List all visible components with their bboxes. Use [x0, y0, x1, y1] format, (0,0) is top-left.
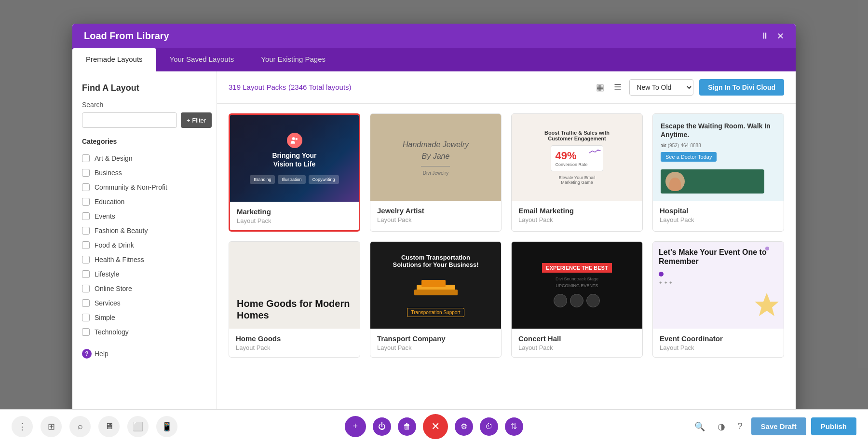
- card-info-event: Event Coordinator Layout Pack: [653, 329, 784, 357]
- card-info-concert: Concert Hall Layout Pack: [512, 329, 642, 357]
- checkbox-online-store[interactable]: [82, 285, 90, 292]
- checkbox-services[interactable]: [82, 299, 90, 307]
- category-events[interactable]: Events: [82, 209, 207, 223]
- toolbar-settings-btn[interactable]: ⚙: [455, 417, 473, 436]
- category-education[interactable]: Education: [82, 194, 207, 209]
- main-content: 319 Layout Packs (2346 Total layouts) ▦ …: [217, 71, 796, 419]
- checkbox-fashion[interactable]: [82, 227, 90, 235]
- layout-card-hospital[interactable]: Escape the Waiting Room. Walk In Anytime…: [652, 113, 784, 232]
- category-technology[interactable]: Technology: [82, 325, 207, 339]
- category-food[interactable]: Food & Drink: [82, 238, 207, 252]
- toolbar-history-btn[interactable]: ⏱: [480, 417, 498, 436]
- modal-header-actions: ⏸ ✕: [760, 31, 784, 42]
- category-simple[interactable]: Simple: [82, 310, 207, 325]
- save-draft-button[interactable]: Save Draft: [751, 417, 806, 435]
- modal-close-btn[interactable]: ✕: [777, 31, 784, 42]
- toolbar-tablet-btn[interactable]: ⬜: [127, 416, 149, 437]
- search-input[interactable]: [82, 112, 177, 128]
- modal-pause-btn[interactable]: ⏸: [760, 31, 769, 41]
- toolbar-zoom-btn[interactable]: 🔍: [691, 417, 709, 436]
- card-type-marketing: Layout Pack: [237, 217, 352, 224]
- concert-experience-text: EXPERIENCE THE BEST: [542, 263, 611, 273]
- checkbox-business[interactable]: [82, 169, 90, 177]
- tab-saved[interactable]: Your Saved Layouts: [156, 48, 248, 71]
- toolbar-grid-btn[interactable]: ⊞: [41, 416, 62, 437]
- checkbox-lifestyle[interactable]: [82, 270, 90, 278]
- card-thumb-hospital: Escape the Waiting Room. Walk In Anytime…: [653, 114, 784, 201]
- checkbox-simple[interactable]: [82, 314, 90, 321]
- toolbar-transfer-btn[interactable]: ⇅: [505, 417, 523, 436]
- card-thumb-homegoods: Home Goods for Modern Homes: [229, 242, 360, 329]
- checkbox-art[interactable]: [82, 154, 90, 162]
- event-dot: [659, 272, 664, 277]
- header-controls: ▦ ☰ New To Old Old To New A to Z Z to A …: [594, 79, 784, 96]
- checkbox-health[interactable]: [82, 256, 90, 263]
- checkbox-events[interactable]: [82, 212, 90, 220]
- view-list-btn[interactable]: ☰: [612, 80, 624, 95]
- toolbar-left: ⋮ ⊞ ⌕ 🖥 ⬜ 📱: [12, 416, 177, 437]
- checkbox-technology[interactable]: [82, 328, 90, 336]
- sign-in-divi-cloud-btn[interactable]: Sign In To Divi Cloud: [699, 79, 784, 96]
- checkbox-food[interactable]: [82, 241, 90, 249]
- card-info-homegoods: Home Goods Layout Pack: [229, 329, 360, 357]
- transport-headline: Custom TransportationSolutions for Your …: [393, 254, 479, 268]
- search-row: + Filter: [82, 112, 207, 128]
- checkbox-education[interactable]: [82, 198, 90, 206]
- card-info-transport: Transport Company Layout Pack: [370, 329, 501, 357]
- toolbar-help-btn[interactable]: ?: [734, 417, 746, 435]
- toolbar-search-btn[interactable]: ⌕: [69, 416, 91, 437]
- bottom-toolbar: ⋮ ⊞ ⌕ 🖥 ⬜ 📱 + ⏻ 🗑 ✕ ⚙ ⏱ ⇅ 🔍 ◑ ? Save Dra…: [0, 409, 868, 443]
- layout-card-jewelry[interactable]: Handmade JewelryBy Jane Divi Jewelry Jew…: [370, 113, 502, 232]
- layout-card-homegoods[interactable]: Home Goods for Modern Homes Home Goods L…: [229, 241, 360, 358]
- sort-select[interactable]: New To Old Old To New A to Z Z to A: [629, 79, 693, 96]
- card-type-homegoods: Layout Pack: [236, 344, 353, 351]
- categories-title: Categories: [82, 138, 207, 145]
- svg-rect-3: [421, 280, 446, 287]
- toolbar-menu-btn[interactable]: ⋮: [12, 416, 33, 437]
- toolbar-desktop-btn[interactable]: 🖥: [98, 416, 120, 437]
- help-row[interactable]: ? Help: [82, 349, 207, 359]
- hospital-headline: Escape the Waiting Room. Walk In Anytime…: [661, 122, 776, 139]
- category-fashion[interactable]: Fashion & Beauty: [82, 223, 207, 238]
- category-community[interactable]: Community & Non-Profit: [82, 180, 207, 194]
- category-online-store[interactable]: Online Store: [82, 281, 207, 296]
- checkbox-community[interactable]: [82, 183, 90, 191]
- card-thumb-event: Let's Make Your Event One to Remember ✦ …: [653, 242, 784, 329]
- category-art-design[interactable]: Art & Design: [82, 151, 207, 166]
- card-name-hospital: Hospital: [660, 207, 777, 215]
- card-info-hospital: Hospital Layout Pack: [653, 201, 784, 229]
- load-library-modal: Load From Library ⏸ ✕ Premade Layouts Yo…: [72, 24, 796, 419]
- svg-rect-4: [414, 290, 458, 295]
- card-type-jewelry: Layout Pack: [377, 216, 494, 223]
- category-business[interactable]: Business: [82, 166, 207, 180]
- card-name-concert: Concert Hall: [518, 334, 636, 343]
- toolbar-layers-btn[interactable]: ◑: [714, 417, 729, 436]
- layout-card-concert[interactable]: EXPERIENCE THE BEST Divi Soundtrack Stag…: [511, 241, 643, 358]
- tab-existing[interactable]: Your Existing Pages: [247, 48, 339, 71]
- view-grid-btn[interactable]: ▦: [594, 80, 606, 95]
- layout-card-event[interactable]: Let's Make Your Event One to Remember ✦ …: [652, 241, 784, 358]
- layout-card-email[interactable]: Boost Traffic & Sales withCustomer Engag…: [511, 113, 643, 232]
- card-name-jewelry: Jewelry Artist: [377, 207, 494, 215]
- publish-button[interactable]: Publish: [811, 417, 856, 435]
- filter-button[interactable]: + Filter: [181, 112, 212, 128]
- category-services[interactable]: Services: [82, 296, 207, 310]
- card-type-hospital: Layout Pack: [660, 216, 777, 223]
- category-lifestyle[interactable]: Lifestyle: [82, 267, 207, 281]
- svg-marker-5: [755, 293, 779, 316]
- layout-card-marketing[interactable]: Bringing YourVision to Life Branding Ill…: [229, 113, 360, 232]
- layout-card-transport[interactable]: Custom TransportationSolutions for Your …: [370, 241, 502, 358]
- toolbar-trash-btn[interactable]: 🗑: [398, 417, 416, 436]
- toolbar-mobile-btn[interactable]: 📱: [156, 416, 177, 437]
- card-type-transport: Layout Pack: [377, 344, 494, 351]
- category-health[interactable]: Health & Fitness: [82, 252, 207, 267]
- toolbar-close-btn[interactable]: ✕: [423, 414, 448, 439]
- hospital-cta-btn[interactable]: See a Doctor Today: [661, 152, 717, 162]
- card-name-event: Event Coordinator: [660, 334, 777, 343]
- tab-premade[interactable]: Premade Layouts: [72, 48, 156, 71]
- modal-header: Load From Library ⏸ ✕: [72, 24, 796, 48]
- card-name-transport: Transport Company: [377, 334, 494, 343]
- toolbar-power-btn[interactable]: ⏻: [373, 417, 391, 436]
- toolbar-add-btn[interactable]: +: [345, 416, 366, 437]
- card-info-jewelry: Jewelry Artist Layout Pack: [370, 201, 501, 229]
